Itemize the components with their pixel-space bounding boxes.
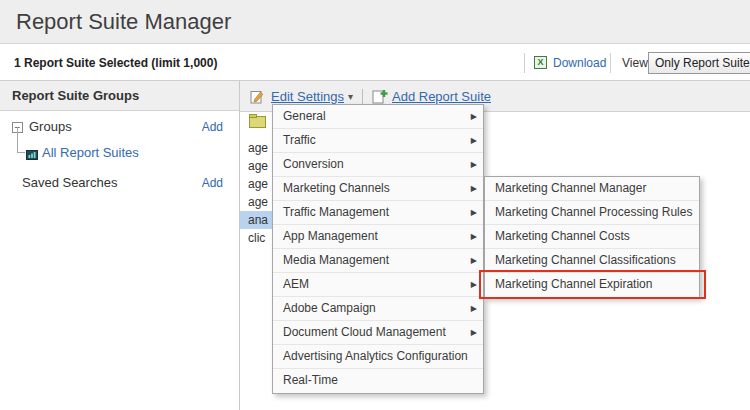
submenu-arrow-icon: ▶ (471, 273, 477, 297)
toolbar: 1 Report Suite Selected (limit 1,000) X … (0, 45, 750, 81)
submenu-arrow-icon: ▶ (471, 297, 477, 321)
menu-item-label: General (283, 109, 326, 123)
sidebar-header: Report Suite Groups (0, 81, 239, 111)
report-suite-manager-screen: Report Suite Manager 1 Report Suite Sele… (0, 0, 750, 410)
submenu-item-marketing-channel-manager[interactable]: Marketing Channel Manager (485, 177, 699, 201)
page-title: Report Suite Manager (16, 9, 231, 35)
marketing-channels-submenu: Marketing Channel Manager Marketing Chan… (484, 176, 700, 298)
submenu-item-marketing-channel-expiration[interactable]: Marketing Channel Expiration (485, 273, 699, 297)
header-divider (362, 89, 363, 105)
submenu-item-marketing-channel-processing-rules[interactable]: Marketing Channel Processing Rules (485, 201, 699, 225)
menu-item-label: Real-Time (283, 373, 338, 387)
menu-item-general[interactable]: General ▶ (273, 105, 483, 129)
toolbar-divider (524, 53, 525, 73)
report-suite-icon (26, 147, 38, 165)
submenu-arrow-icon: ▶ (471, 153, 477, 177)
submenu-item-label: Marketing Channel Processing Rules (495, 205, 692, 219)
add-saved-search-link[interactable]: Add (202, 171, 223, 195)
menu-item-label: App Management (283, 229, 378, 243)
edit-settings-menu: General ▶ Traffic ▶ Conversion ▶ Marketi… (272, 104, 484, 394)
excel-download-icon: X (534, 56, 547, 69)
submenu-item-label: Marketing Channel Expiration (495, 277, 652, 291)
menu-item-label: Marketing Channels (283, 181, 390, 195)
menu-item-traffic-management[interactable]: Traffic Management ▶ (273, 201, 483, 225)
submenu-arrow-icon: ▶ (471, 321, 477, 345)
sidebar-item-groups[interactable]: − Groups Add (0, 115, 239, 139)
menu-item-label: Adobe Campaign (283, 301, 376, 315)
menu-item-label: Document Cloud Management (283, 325, 446, 339)
toolbar-divider (610, 53, 611, 73)
menu-item-adobe-campaign[interactable]: Adobe Campaign ▶ (273, 297, 483, 321)
submenu-arrow-icon: ▶ (471, 225, 477, 249)
page-header-bar: Report Suite Manager (0, 0, 750, 44)
view-select-dropdown[interactable]: Only Report Suites (648, 52, 750, 74)
saved-searches-label[interactable]: Saved Searches (22, 171, 117, 195)
groups-label[interactable]: Groups (29, 115, 72, 139)
submenu-item-label: Marketing Channel Classifications (495, 253, 676, 267)
submenu-arrow-icon: ▶ (471, 105, 477, 129)
submenu-arrow-icon: ▶ (471, 249, 477, 273)
menu-item-app-management[interactable]: App Management ▶ (273, 225, 483, 249)
submenu-item-label: Marketing Channel Manager (495, 181, 646, 195)
menu-item-label: Conversion (283, 157, 344, 171)
edit-settings-icon (250, 89, 265, 108)
menu-item-label: AEM (283, 277, 309, 291)
menu-item-document-cloud-management[interactable]: Document Cloud Management ▶ (273, 321, 483, 345)
report-suite-folder-icon (249, 114, 266, 132)
menu-item-label: Traffic (283, 133, 316, 147)
menu-item-label: Media Management (283, 253, 389, 267)
add-group-link[interactable]: Add (202, 115, 223, 139)
submenu-item-marketing-channel-costs[interactable]: Marketing Channel Costs (485, 225, 699, 249)
menu-item-aem[interactable]: AEM ▶ (273, 273, 483, 297)
submenu-arrow-icon: ▶ (471, 201, 477, 225)
view-label: View (622, 45, 648, 81)
menu-item-advertising-analytics-configuration[interactable]: Advertising Analytics Configuration (273, 345, 483, 369)
all-report-suites-link[interactable]: All Report Suites (42, 141, 139, 165)
menu-item-conversion[interactable]: Conversion ▶ (273, 153, 483, 177)
selection-count-text: 1 Report Suite Selected (limit 1,000) (14, 45, 217, 81)
submenu-item-label: Marketing Channel Costs (495, 229, 630, 243)
menu-item-media-management[interactable]: Media Management ▶ (273, 249, 483, 273)
submenu-arrow-icon: ▶ (471, 177, 477, 201)
menu-item-label: Advertising Analytics Configuration (283, 349, 468, 363)
sidebar-item-saved-searches[interactable]: Saved Searches Add (0, 171, 239, 195)
menu-item-real-time[interactable]: Real-Time (273, 369, 483, 393)
menu-item-traffic[interactable]: Traffic ▶ (273, 129, 483, 153)
menu-item-label: Traffic Management (283, 205, 389, 219)
report-suite-groups-panel: Report Suite Groups − Groups Add All Rep… (0, 81, 240, 410)
download-link[interactable]: Download (553, 45, 606, 81)
submenu-item-marketing-channel-classifications[interactable]: Marketing Channel Classifications (485, 249, 699, 273)
menu-item-marketing-channels[interactable]: Marketing Channels ▶ (273, 177, 483, 201)
sidebar-item-all-report-suites[interactable]: All Report Suites (0, 141, 239, 165)
submenu-arrow-icon: ▶ (471, 129, 477, 153)
